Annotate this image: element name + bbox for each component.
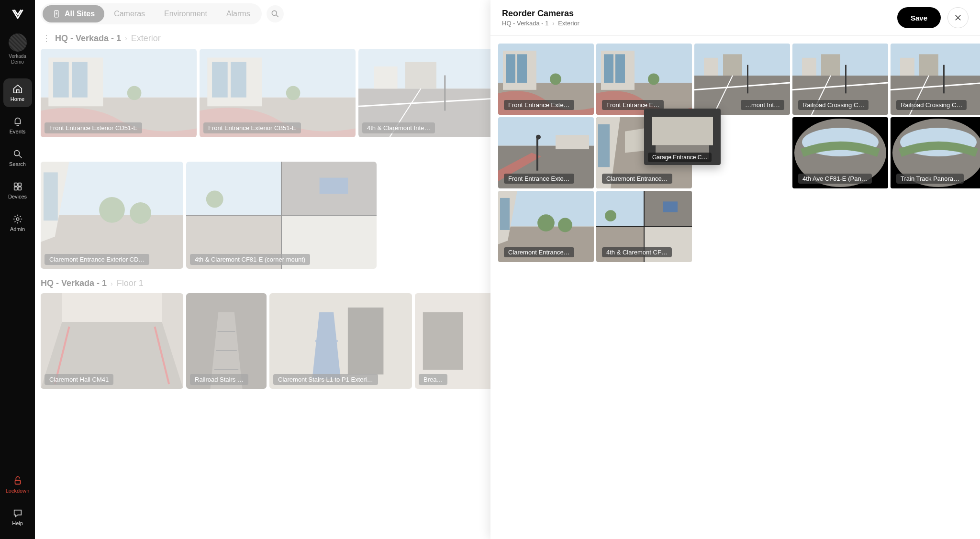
camera-tile[interactable]: 4th & Claremont CF81-E (corner mount) (186, 162, 377, 269)
svg-rect-2 (18, 183, 21, 186)
breadcrumb-sublocation[interactable]: Floor 1 (117, 278, 144, 288)
svg-rect-1 (14, 183, 17, 186)
svg-rect-64 (348, 308, 384, 374)
search-icon (270, 9, 280, 19)
nav-search-label: Search (9, 161, 26, 167)
devices-icon (12, 181, 23, 192)
breadcrumb-site[interactable]: HQ - Verkada - 1 (41, 278, 107, 288)
org-avatar[interactable] (9, 33, 27, 52)
reorder-tile[interactable]: Railroad Crossing C… (891, 44, 980, 115)
reorder-tile[interactable]: Front Entrance Exte… (498, 117, 594, 188)
reorder-tile[interactable]: Front Entrance E… (596, 44, 692, 115)
nav-admin-label: Admin (10, 226, 25, 232)
reorder-tile[interactable]: 4th & Claremont CF… (596, 191, 692, 262)
camera-tile[interactable]: Railroad Stairs … (186, 293, 267, 389)
panel-breadcrumb: HQ - Verkada - 1 › Exterior (502, 20, 897, 27)
camera-label: 4th & Claremont Inte… (362, 122, 435, 133)
nav-events[interactable]: Events (3, 111, 32, 140)
svg-rect-87 (747, 65, 748, 94)
svg-point-0 (14, 151, 19, 156)
svg-point-121 (558, 218, 572, 232)
nav-lockdown-label: Lockdown (6, 488, 30, 494)
close-icon (954, 13, 962, 22)
org-name: Verkada Demo (9, 54, 26, 65)
lock-icon (12, 475, 23, 486)
svg-rect-122 (596, 191, 644, 227)
reorder-tile-dragging[interactable]: Garage Entrance C… (644, 109, 721, 165)
nav-search[interactable]: Search (3, 143, 32, 172)
search-icon (12, 149, 23, 159)
nav-home[interactable]: Home (3, 78, 32, 107)
home-icon (12, 84, 23, 94)
svg-rect-27 (444, 76, 445, 111)
camera-label: Front Entrance Exterior CD51-E (45, 122, 142, 133)
nav-devices[interactable]: Devices (3, 176, 32, 205)
svg-rect-23 (374, 66, 398, 88)
tab-alarms[interactable]: Alarms (217, 5, 260, 22)
reorder-tile[interactable]: 4th Ave CF81-E (Pan… (792, 117, 888, 188)
camera-label: Claremont Entrance Exterior CD… (45, 254, 149, 265)
camera-label: Front Entrance Exterior CB51-E (203, 122, 301, 133)
tab-cameras[interactable]: Cameras (104, 5, 155, 22)
svg-rect-12 (53, 62, 69, 98)
breadcrumb-site[interactable]: HQ - Verkada - 1 (55, 33, 121, 44)
reorder-tile[interactable]: Front Entrance Exte… (498, 44, 594, 115)
svg-rect-97 (900, 58, 914, 76)
search-button[interactable] (267, 5, 284, 22)
svg-rect-79 (615, 54, 625, 83)
nav-admin[interactable]: Admin (3, 209, 32, 237)
camera-tile[interactable]: Claremont Hall CM41 (41, 293, 183, 389)
reorder-tile[interactable]: …mont Int… (694, 44, 790, 115)
svg-rect-24 (405, 62, 436, 89)
svg-rect-3 (14, 187, 17, 190)
panel-body: Front Entrance Exte…Front Entrance E……mo… (490, 36, 980, 539)
gear-icon (12, 214, 23, 224)
camera-label: 4th Ave CF81-E (Pan… (798, 174, 872, 184)
nav-devices-label: Devices (8, 194, 27, 199)
camera-label: Train Track Panora… (896, 174, 964, 184)
camera-label: Garage Entrance C… (648, 153, 712, 162)
nav-lockdown[interactable]: Lockdown (3, 470, 32, 499)
svg-rect-94 (845, 65, 846, 94)
camera-label: Brea… (419, 374, 447, 385)
camera-tile[interactable]: Front Entrance Exterior CB51-E (200, 49, 356, 137)
camera-label: Claremont Entrance… (602, 174, 672, 184)
svg-rect-78 (604, 54, 613, 83)
svg-rect-90 (802, 58, 816, 76)
filter-all-sites-label: All Sites (65, 10, 95, 18)
nav-help[interactable]: Help (3, 503, 32, 531)
sidebar: Verkada Demo Home Events Search Devices … (0, 0, 35, 539)
tab-environment[interactable]: Environment (155, 5, 217, 22)
svg-rect-4 (18, 187, 21, 190)
camera-tile[interactable]: Brea… (415, 293, 495, 389)
svg-rect-129 (663, 201, 678, 212)
camera-label: Claremont Hall CM41 (45, 374, 113, 385)
chat-icon (12, 508, 23, 518)
logo[interactable] (9, 6, 27, 24)
camera-tile[interactable]: Claremont Entrance Exterior CD… (41, 162, 183, 269)
panel-title: Reorder Cameras (502, 9, 897, 19)
svg-rect-55 (62, 293, 162, 322)
section-more-button[interactable]: ⋮ (41, 33, 52, 44)
svg-point-8 (272, 11, 277, 15)
bell-icon (12, 116, 23, 127)
camera-label: 4th & Claremont CF81-E (corner mount) (190, 254, 310, 265)
breadcrumb-sublocation[interactable]: Exterior (131, 33, 161, 44)
svg-point-120 (537, 214, 555, 231)
camera-label: Front Entrance Exte… (504, 100, 574, 110)
close-button[interactable] (947, 7, 969, 28)
svg-rect-104 (536, 139, 538, 171)
reorder-tile[interactable]: Train Track Panora… (891, 117, 980, 188)
filter-all-sites[interactable]: All Sites (43, 5, 104, 22)
panel-breadcrumb-site: HQ - Verkada - 1 (502, 20, 549, 27)
reorder-tile[interactable]: Claremont Entrance… (498, 191, 594, 262)
svg-point-74 (550, 74, 561, 85)
camera-tile[interactable]: Claremont Stairs L1 to P1 Exteri… (269, 293, 412, 389)
camera-tile[interactable]: Front Entrance Exterior CD51-E (41, 49, 197, 137)
svg-point-44 (130, 202, 151, 224)
reorder-tile[interactable]: Railroad Crossing C… (792, 44, 888, 115)
tab-environment-label: Environment (164, 10, 207, 18)
chevron-right-icon: › (111, 280, 113, 287)
svg-rect-83 (704, 58, 718, 76)
save-button[interactable]: Save (897, 7, 941, 28)
